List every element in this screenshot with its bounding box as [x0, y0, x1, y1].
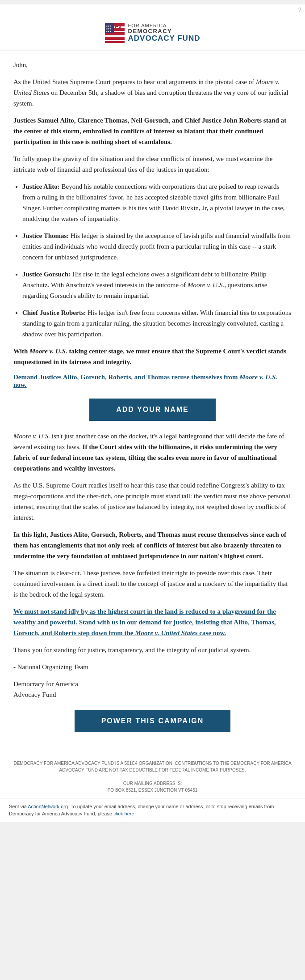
- paragraph-7-bold: In this light, Justices Alito, Gorsuch, …: [13, 529, 292, 561]
- recuse-link-section: Demand Justices Alito, Gorsuch, Roberts,…: [13, 373, 292, 389]
- svg-text:★★★: ★★★: [106, 25, 112, 27]
- logo-democracy: DEMOCRACY: [128, 28, 201, 34]
- footer-disclaimer: DEMOCRACY FOR AMERICA ADVOCACY FUND IS A…: [13, 760, 292, 793]
- mailing-address: PO BOX 8521, ESSEX JUNCTION VT 05451: [13, 787, 292, 793]
- paragraph-10: Thank you for standing for justice, tran…: [13, 645, 292, 655]
- paragraph-2-bold: Justices Samuel Alito, Clarence Thomas, …: [13, 115, 292, 147]
- paragraph-1: As the United States Supreme Court prepa…: [13, 76, 292, 109]
- bullet-gorsuch: Justice Gorsuch: His rise in the legal e…: [22, 269, 292, 301]
- email-wrapper: ? ★★★ ★★★ ★★★: [0, 4, 305, 822]
- bullet-list: Justice Alito: Beyond his notable connec…: [13, 181, 292, 339]
- logo: ★★★ ★★★ ★★★ FA FOR AMERICA DEMOCRACY ADV…: [105, 23, 201, 43]
- svg-text:★★★: ★★★: [106, 28, 112, 30]
- svg-text:★★★: ★★★: [106, 30, 112, 33]
- email-header: ★★★ ★★★ ★★★ FA FOR AMERICA DEMOCRACY ADV…: [0, 15, 305, 51]
- org-name: Democracy for America Advocacy Fund: [13, 679, 292, 700]
- actionnetwork-link[interactable]: ActionNetwork.org: [28, 804, 68, 809]
- logo-text: FOR AMERICA DEMOCRACY ADVOCACY FUND: [128, 23, 201, 43]
- svg-text:FA: FA: [115, 25, 122, 32]
- svg-rect-5: [105, 41, 125, 43]
- footer-bottom: Sent via ActionNetwork.org. To update yo…: [0, 798, 305, 818]
- disclaimer-1: DEMOCRACY FOR AMERICA ADVOCACY FUND IS A…: [13, 760, 292, 773]
- cta1-wrapper: ADD YOUR NAME: [13, 399, 292, 421]
- paragraph-8: The situation is clear-cut. These justic…: [13, 568, 292, 600]
- svg-rect-9: [105, 40, 125, 41]
- stand-with-us-link[interactable]: We must not stand idly by as the highest…: [13, 608, 276, 636]
- cta2-wrapper: POWER THIS CAMPAIGN: [13, 710, 292, 732]
- bullet-roberts: Chief Justice Roberts: His ledger isn't …: [22, 307, 292, 339]
- add-your-name-button[interactable]: ADD YOUR NAME: [89, 399, 216, 421]
- disclaimer-2: OUR MAILING ADDRESS IS:: [13, 780, 292, 787]
- click-here-suffix: .: [134, 811, 136, 816]
- sign-off: - National Organizing Team: [13, 662, 292, 672]
- paragraph-4-bold: With Moore v. U.S. taking center stage, …: [13, 346, 292, 367]
- recuse-link[interactable]: Demand Justices Alito, Gorsuch, Roberts,…: [13, 373, 277, 388]
- logo-advocacy: ADVOCACY FUND: [128, 34, 201, 43]
- paragraph-3: To fully grasp the gravity of the situat…: [13, 153, 292, 175]
- logo-flag-icon: ★★★ ★★★ ★★★ FA: [105, 23, 125, 43]
- svg-rect-8: [105, 35, 125, 37]
- sent-via-prefix: Sent via: [9, 804, 28, 809]
- question-mark: ?: [0, 4, 305, 15]
- bullet-alito: Justice Alito: Beyond his notable connec…: [22, 181, 292, 224]
- greeting: John,: [13, 59, 292, 70]
- click-here-link[interactable]: click here: [113, 811, 134, 816]
- body-content: John, As the United States Supreme Court…: [0, 51, 305, 751]
- bullet-thomas: Justice Thomas: His ledger is stained by…: [22, 230, 292, 263]
- power-this-campaign-button[interactable]: POWER THIS CAMPAIGN: [75, 710, 231, 732]
- svg-rect-4: [105, 37, 125, 40]
- paragraph-6: As the U.S. Supreme Court readies itself…: [13, 480, 292, 523]
- paragraph-5: Moore v. U.S. isn't just another case on…: [13, 431, 292, 474]
- paragraph-9-link: We must not stand idly by as the highest…: [13, 606, 292, 638]
